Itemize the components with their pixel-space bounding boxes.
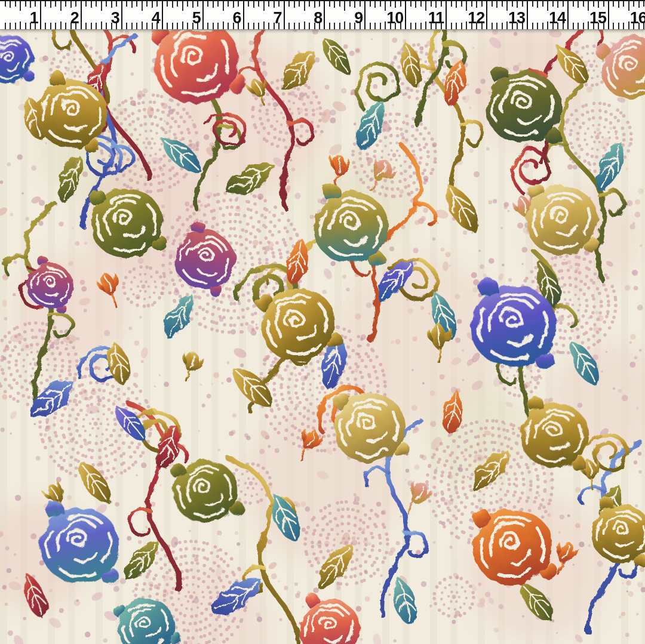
ruler-tick	[248, 1, 249, 7]
ruler-tick	[496, 1, 497, 8]
ruler-tick	[187, 1, 188, 7]
ruler-tick	[167, 1, 168, 7]
ruler-tick	[598, 1, 599, 8]
ruler-tick	[228, 23, 229, 29]
ruler-tick	[492, 23, 493, 29]
leaf-motif	[437, 178, 485, 238]
ruler-tick	[111, 1, 112, 8]
ruler-tick	[603, 1, 604, 7]
ruler-tick	[10, 23, 11, 29]
ruler-tick	[542, 1, 543, 7]
ruler-tick	[177, 23, 178, 29]
ruler-tick	[152, 1, 153, 8]
ruler-tick	[329, 23, 330, 29]
ruler-tick	[573, 23, 574, 29]
ruler-tick	[5, 1, 6, 7]
ruler-inch-line	[162, 1, 163, 29]
ruler-tick	[542, 23, 543, 29]
ruler-inch-line	[243, 1, 244, 29]
ruler-tick	[299, 1, 300, 7]
ruler-tick	[420, 23, 422, 29]
ruler-tick	[583, 1, 584, 7]
ruler-tick	[207, 1, 208, 7]
ruler-tick	[643, 1, 644, 7]
ruler-tick	[217, 1, 219, 7]
ruler-number: 16	[630, 10, 645, 26]
ruler-tick	[334, 23, 335, 29]
ruler-inch-line	[446, 1, 447, 29]
ruler-tick	[573, 1, 574, 7]
ruler-tick	[10, 1, 11, 8]
ruler-tick	[395, 1, 396, 8]
ruler-number: 8	[314, 10, 322, 26]
ruler-inch-line	[567, 1, 569, 29]
ruler-tick	[537, 1, 538, 8]
ruler-tick	[496, 23, 497, 29]
ruler-tick	[288, 23, 290, 29]
ruler-tick	[136, 23, 137, 29]
ruler-tick	[638, 1, 640, 8]
ruler-tick	[481, 1, 483, 7]
ruler-number: 15	[589, 10, 606, 26]
ruler-tick	[268, 23, 269, 29]
ruler-number: 6	[233, 10, 241, 26]
ruler-tick	[253, 1, 254, 8]
ruler-tick	[85, 1, 87, 7]
ruler-tick	[213, 23, 214, 29]
ruler-tick	[420, 1, 422, 7]
ruler-tick	[263, 21, 265, 29]
ruler-tick	[50, 23, 51, 29]
ruler-tick	[258, 1, 259, 7]
ruler-number: 13	[508, 10, 525, 26]
ruler-tick	[172, 23, 173, 29]
ruler-tick	[304, 21, 305, 29]
ruler-tick	[91, 23, 92, 29]
ruler-inch-line	[324, 1, 325, 29]
ruler-tick	[223, 21, 224, 29]
ruler-tick	[613, 1, 614, 7]
ruler-tick	[374, 23, 376, 29]
ruler-tick	[101, 21, 102, 29]
ruler-tick	[435, 1, 437, 8]
ruler-tick	[278, 1, 280, 7]
ruler-tick	[65, 1, 66, 7]
ruler-tick	[415, 23, 416, 29]
ruler-tick	[268, 1, 269, 7]
leaf-motif	[118, 534, 166, 586]
ruler-inch-line	[608, 1, 609, 29]
ruler-tick	[319, 1, 320, 7]
ruler-tick	[339, 1, 340, 7]
ruler-tick	[116, 1, 117, 7]
ruler-tick	[385, 1, 386, 11]
ruler-tick	[294, 23, 295, 29]
ruler-tick	[20, 21, 21, 29]
ruler-tick	[334, 1, 335, 8]
ruler-tick	[309, 1, 310, 7]
ruler-tick	[466, 1, 467, 11]
ruler-tick	[309, 23, 310, 29]
ruler-tick	[339, 23, 340, 29]
ruler-tick	[30, 1, 31, 8]
ruler-number: 12	[468, 10, 484, 26]
ruler-tick	[55, 1, 56, 7]
ruler-tick	[466, 21, 467, 29]
ruler-tick	[492, 1, 493, 7]
leaf-motif	[23, 372, 81, 426]
ruler-tick	[552, 1, 554, 7]
ruler-tick	[65, 23, 66, 29]
ruler-number: 1	[30, 10, 38, 26]
ruler-tick	[294, 1, 295, 8]
ruler-tick	[25, 23, 26, 29]
ruler-tick	[156, 1, 158, 7]
ruler-tick	[451, 1, 452, 7]
ruler-tick	[628, 1, 629, 11]
ruler-tick	[15, 1, 16, 7]
ruler-number: 11	[428, 10, 444, 26]
ruler-tick	[410, 23, 411, 29]
ruler-tick	[354, 1, 355, 8]
ruler-tick	[50, 1, 51, 8]
ruler-inch-line	[527, 1, 528, 29]
ruler-tick	[45, 23, 46, 29]
ruler-tick	[228, 1, 229, 7]
ruler-tick	[101, 1, 102, 11]
